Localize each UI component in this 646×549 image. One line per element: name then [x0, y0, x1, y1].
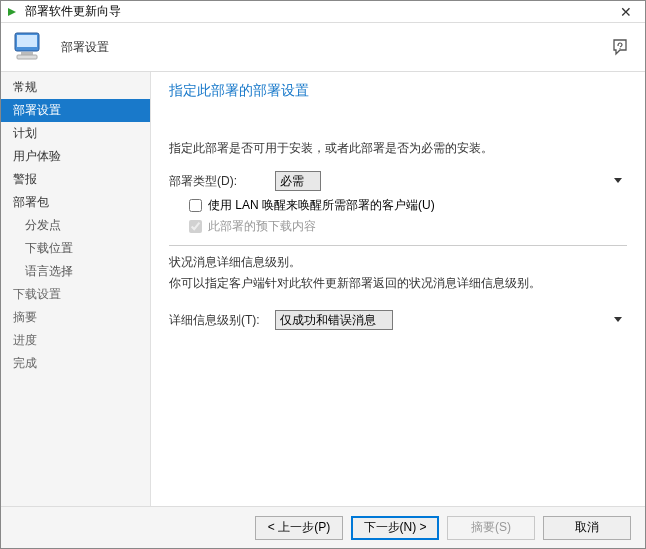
sidebar-item-distribution[interactable]: 分发点 — [1, 214, 150, 237]
computer-icon — [11, 29, 47, 65]
sidebar-item-plan[interactable]: 计划 — [1, 122, 150, 145]
sidebar-item-download-settings[interactable]: 下载设置 — [1, 283, 150, 306]
sidebar-item-alerts[interactable]: 警报 — [1, 168, 150, 191]
sidebar-item-progress[interactable]: 进度 — [1, 329, 150, 352]
sidebar-item-summary[interactable]: 摘要 — [1, 306, 150, 329]
description-text: 指定此部署是否可用于安装，或者此部署是否为必需的安装。 — [169, 140, 627, 157]
wizard-footer: < 上一步(P) 下一步(N) > 摘要(S) 取消 — [1, 506, 645, 548]
predownload-row: 此部署的预下载内容 — [189, 218, 627, 235]
detail-level-row: 详细信息级别(T): 仅成功和错误消息 — [169, 310, 627, 330]
deploy-type-select[interactable]: 必需 — [275, 171, 321, 191]
deploy-type-row: 部署类型(D): 必需 — [169, 171, 627, 191]
svg-rect-4 — [17, 55, 37, 59]
divider — [169, 245, 627, 246]
svg-marker-0 — [8, 8, 16, 16]
svg-point-5 — [619, 48, 620, 49]
wizard-content: 指定此部署的部署设置 指定此部署是否可用于安装，或者此部署是否为必需的安装。 部… — [151, 72, 645, 506]
deploy-type-select-wrap: 必需 — [275, 171, 627, 191]
predownload-checkbox — [189, 220, 202, 233]
sidebar-item-general[interactable]: 常规 — [1, 76, 150, 99]
cancel-button[interactable]: 取消 — [543, 516, 631, 540]
predownload-label: 此部署的预下载内容 — [208, 218, 316, 235]
wake-on-lan-checkbox[interactable] — [189, 199, 202, 212]
wizard-body: 常规 部署设置 计划 用户体验 警报 部署包 分发点 下载位置 语言选择 下载设… — [1, 71, 645, 506]
header-subtitle: 部署设置 — [61, 39, 109, 56]
sidebar-item-package[interactable]: 部署包 — [1, 191, 150, 214]
wizard-header: 部署设置 — [1, 23, 645, 71]
page-heading: 指定此部署的部署设置 — [169, 82, 627, 100]
next-button[interactable]: 下一步(N) > — [351, 516, 439, 540]
detail-level-select[interactable]: 仅成功和错误消息 — [275, 310, 393, 330]
sidebar-item-language[interactable]: 语言选择 — [1, 260, 150, 283]
svg-rect-2 — [17, 35, 37, 47]
wizard-sidebar: 常规 部署设置 计划 用户体验 警报 部署包 分发点 下载位置 语言选择 下载设… — [1, 72, 151, 506]
detail-level-label: 详细信息级别(T): — [169, 312, 275, 329]
summary-button: 摘要(S) — [447, 516, 535, 540]
sidebar-item-done[interactable]: 完成 — [1, 352, 150, 375]
help-icon[interactable] — [611, 37, 633, 59]
title-bar: 部署软件更新向导 ✕ — [1, 1, 645, 23]
sidebar-item-download-loc[interactable]: 下载位置 — [1, 237, 150, 260]
detail-level-select-wrap: 仅成功和错误消息 — [275, 310, 627, 330]
back-button[interactable]: < 上一步(P) — [255, 516, 343, 540]
wake-on-lan-row: 使用 LAN 唤醒来唤醒所需部署的客户端(U) — [189, 197, 627, 214]
sidebar-item-deploy-settings[interactable]: 部署设置 — [1, 99, 150, 122]
status-section-desc: 你可以指定客户端针对此软件更新部署返回的状况消息详细信息级别。 — [169, 275, 627, 292]
wake-on-lan-label: 使用 LAN 唤醒来唤醒所需部署的客户端(U) — [208, 197, 435, 214]
app-icon — [5, 5, 19, 19]
window-title: 部署软件更新向导 — [25, 3, 611, 20]
deploy-type-label: 部署类型(D): — [169, 173, 275, 190]
close-icon[interactable]: ✕ — [611, 4, 641, 20]
status-section-title: 状况消息详细信息级别。 — [169, 254, 627, 271]
sidebar-item-user-experience[interactable]: 用户体验 — [1, 145, 150, 168]
